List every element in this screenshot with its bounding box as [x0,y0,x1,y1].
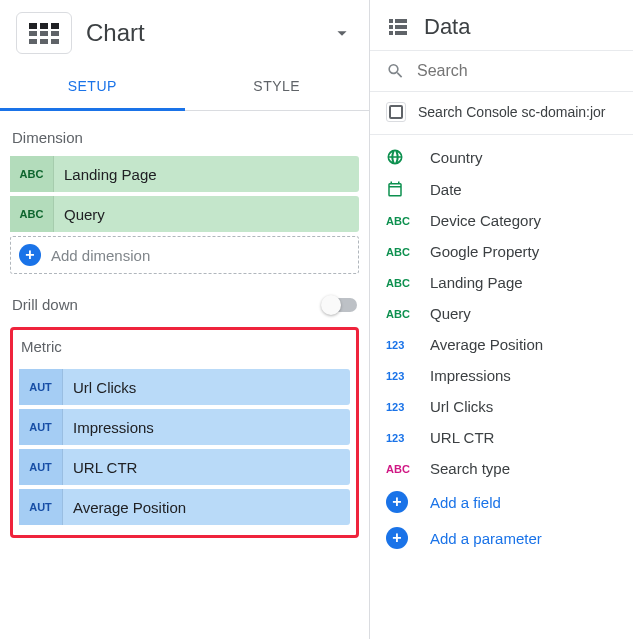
field-item[interactable]: Country [370,141,633,173]
123-icon: 123 [386,370,416,382]
chart-type-label: Chart [86,19,317,47]
add-parameter-label: Add a parameter [430,530,542,547]
metric-chip-label: Average Position [63,499,186,516]
data-panel: Data Search Console sc-domain:jor Countr… [370,0,633,639]
field-label: Date [430,181,462,198]
metric-chip-label: Impressions [63,419,154,436]
metric-chip-label: URL CTR [63,459,137,476]
dimension-chip-label: Query [54,206,105,223]
field-label: URL CTR [430,429,494,446]
field-label: Average Position [430,336,543,353]
dimension-chip[interactable]: ABC Landing Page [10,156,359,192]
datasource-icon [386,102,406,122]
field-label: Impressions [430,367,511,384]
abc-badge: ABC [10,196,54,232]
drill-down-row: Drill down [10,274,359,335]
metric-chip[interactable]: AUT Url Clicks [19,369,350,405]
field-item[interactable]: ABCLanding Page [370,267,633,298]
abc-icon: ABC [386,277,416,289]
abc-icon: ABC [386,463,416,475]
add-dimension-label: Add dimension [51,247,150,264]
tab-style[interactable]: STYLE [185,64,370,110]
add-parameter-button[interactable]: + Add a parameter [370,520,633,556]
drill-down-label: Drill down [12,296,78,313]
aut-badge: AUT [19,409,63,445]
123-icon: 123 [386,339,416,351]
aut-badge: AUT [19,369,63,405]
abc-icon: ABC [386,215,416,227]
field-label: Google Property [430,243,539,260]
metric-chip-label: Url Clicks [63,379,136,396]
chart-config-panel: Chart SETUP STYLE Dimension ABC Landing … [0,0,370,639]
abc-badge: ABC [10,156,54,192]
field-label: Country [430,149,483,166]
dimension-chip[interactable]: ABC Query [10,196,359,232]
field-item[interactable]: 123Impressions [370,360,633,391]
plus-icon: + [386,491,416,513]
add-dimension-button[interactable]: + Add dimension [10,236,359,274]
field-label: Search type [430,460,510,477]
field-item[interactable]: 123Average Position [370,329,633,360]
aut-badge: AUT [19,489,63,525]
metric-highlight-box: Metric AUT Url Clicks AUT Impressions AU… [10,327,359,538]
field-item[interactable]: 123URL CTR [370,422,633,453]
search-input[interactable] [417,62,617,80]
setup-body: Dimension ABC Landing Page ABC Query + A… [0,111,369,639]
field-search[interactable] [370,51,633,92]
123-icon: 123 [386,401,416,413]
chevron-down-icon [331,22,353,44]
metric-chip[interactable]: AUT Impressions [19,409,350,445]
datasource-row[interactable]: Search Console sc-domain:jor [370,92,633,135]
field-item[interactable]: ABCSearch type [370,453,633,484]
available-fields-list: Country Date ABCDevice Category ABCGoogl… [370,135,633,639]
plus-icon: + [386,527,416,549]
data-icon [386,15,410,39]
data-panel-header: Data [370,0,633,51]
table-chart-icon [16,12,72,54]
calendar-icon [386,180,416,198]
field-item[interactable]: Date [370,173,633,205]
add-field-label: Add a field [430,494,501,511]
field-item[interactable]: ABCQuery [370,298,633,329]
chart-type-selector[interactable]: Chart [0,0,369,64]
123-icon: 123 [386,432,416,444]
field-label: Query [430,305,471,322]
drill-down-toggle[interactable] [323,298,357,312]
abc-icon: ABC [386,308,416,320]
search-icon [386,61,405,81]
field-item[interactable]: 123Url Clicks [370,391,633,422]
metric-chip[interactable]: AUT Average Position [19,489,350,525]
field-label: Device Category [430,212,541,229]
field-item[interactable]: ABCDevice Category [370,205,633,236]
field-item[interactable]: ABCGoogle Property [370,236,633,267]
globe-icon [386,148,416,166]
tab-setup[interactable]: SETUP [0,64,185,111]
field-label: Landing Page [430,274,523,291]
metric-heading: Metric [21,338,350,355]
config-tabs: SETUP STYLE [0,64,369,111]
plus-icon: + [19,244,41,266]
dimension-heading: Dimension [12,129,359,146]
data-panel-title: Data [424,14,470,40]
aut-badge: AUT [19,449,63,485]
datasource-name: Search Console sc-domain:jor [418,104,606,120]
field-label: Url Clicks [430,398,493,415]
add-field-button[interactable]: + Add a field [370,484,633,520]
abc-icon: ABC [386,246,416,258]
dimension-chip-label: Landing Page [54,166,157,183]
metric-chip[interactable]: AUT URL CTR [19,449,350,485]
